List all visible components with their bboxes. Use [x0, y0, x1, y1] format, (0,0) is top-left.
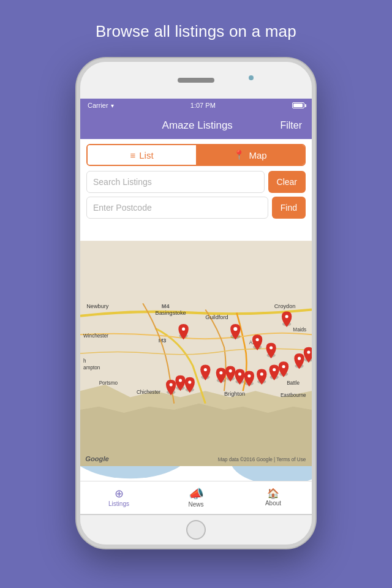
- power-button: [314, 148, 315, 178]
- nav-bar: Amaze Listings Filter: [80, 112, 312, 139]
- news-icon: 📣: [189, 488, 204, 500]
- svg-point-53: [188, 380, 191, 383]
- svg-point-35: [204, 368, 207, 371]
- tab-news[interactable]: 📣 News: [157, 485, 235, 510]
- svg-text:Map data ©2016 Google  |  Term: Map data ©2016 Google | Terms of Use: [218, 457, 306, 462]
- view-toggle: ≡ List 📍 Map: [86, 144, 306, 166]
- svg-point-33: [270, 346, 273, 349]
- svg-point-31: [256, 338, 259, 341]
- svg-text:Winchester: Winchester: [83, 333, 108, 339]
- svg-point-59: [307, 350, 310, 353]
- svg-text:Guildford: Guildford: [205, 314, 228, 320]
- speaker-icon: [178, 78, 214, 83]
- map-label: Map: [249, 150, 266, 160]
- status-bar: Carrier ▾ 1:07 PM: [80, 99, 312, 112]
- home-button[interactable]: [186, 520, 206, 540]
- svg-text:Portsmо: Portsmо: [99, 380, 118, 386]
- postcode-row: Find: [86, 197, 306, 219]
- map-area[interactable]: M4 M3 A23 Newbury Basingstoke Guildf: [80, 226, 312, 481]
- listings-icon: ⊕: [115, 488, 124, 499]
- svg-text:Newbury: Newbury: [86, 303, 109, 309]
- list-label: List: [139, 150, 153, 160]
- phone-top-bar: [80, 62, 312, 99]
- svg-text:Google: Google: [85, 455, 109, 462]
- volume-up-button: [77, 135, 78, 154]
- search-listings-input[interactable]: [86, 171, 265, 193]
- svg-text:Chichester: Chichester: [137, 390, 160, 395]
- map-pin-icon: 📍: [233, 149, 245, 160]
- filter-button[interactable]: Filter: [280, 120, 302, 131]
- tab-listings[interactable]: ⊕ Listings: [80, 486, 157, 510]
- svg-point-41: [238, 372, 241, 375]
- svg-point-25: [233, 327, 237, 331]
- svg-text:h: h: [83, 358, 86, 364]
- page-title: Browse all listings on a map: [96, 22, 296, 41]
- about-tab-label: About: [265, 500, 281, 507]
- wifi-icon: ▾: [111, 102, 114, 109]
- news-tab-label: News: [188, 501, 203, 508]
- svg-point-45: [260, 372, 263, 375]
- phone-shell: Carrier ▾ 1:07 PM Amaze Listings Filter …: [77, 58, 315, 548]
- find-button[interactable]: Find: [272, 197, 306, 219]
- listings-tab-label: Listings: [108, 500, 129, 507]
- svg-point-57: [298, 357, 301, 360]
- svg-text:ampton: ampton: [83, 365, 100, 371]
- camera-icon: [249, 75, 254, 80]
- home-button-area: [80, 514, 312, 545]
- toggle-row: ≡ List 📍 Map: [80, 139, 312, 171]
- search-listings-row: Clear: [86, 171, 306, 193]
- battery-icon: [292, 102, 304, 108]
- list-toggle-button[interactable]: ≡ List: [88, 145, 196, 165]
- svg-text:Basingstoke: Basingstoke: [156, 310, 186, 316]
- carrier-label: Carrier: [88, 102, 108, 109]
- phone-screen: Carrier ▾ 1:07 PM Amaze Listings Filter …: [80, 99, 312, 514]
- app-content: ≡ List 📍 Map Clear Find: [80, 139, 312, 514]
- svg-point-27: [182, 328, 185, 331]
- svg-text:M4: M4: [162, 303, 170, 309]
- status-left: Carrier ▾: [88, 102, 114, 109]
- svg-point-49: [282, 365, 285, 368]
- svg-point-39: [229, 369, 232, 372]
- svg-text:Maids: Maids: [293, 327, 306, 333]
- svg-text:Battle: Battle: [287, 380, 300, 386]
- svg-point-47: [273, 368, 276, 371]
- nav-title: Amaze Listings: [162, 119, 233, 132]
- svg-point-51: [179, 379, 182, 382]
- svg-text:Eastbourne: Eastbourne: [281, 393, 306, 399]
- time-label: 1:07 PM: [190, 102, 216, 109]
- search-area: Clear Find: [80, 171, 312, 226]
- svg-point-43: [247, 374, 251, 377]
- svg-text:Croydon: Croydon: [274, 303, 296, 309]
- postcode-input[interactable]: [86, 197, 268, 219]
- volume-down-button: [77, 160, 78, 178]
- map-toggle-button[interactable]: 📍 Map: [196, 145, 304, 165]
- list-icon: ≡: [130, 150, 135, 160]
- about-icon: 🏠: [267, 489, 279, 499]
- map-svg: M4 M3 A23 Newbury Basingstoke Guildf: [80, 226, 312, 481]
- svg-text:Brighton: Brighton: [224, 391, 245, 397]
- clear-button[interactable]: Clear: [268, 171, 306, 193]
- tab-bar: ⊕ Listings 📣 News 🏠 About: [80, 481, 312, 514]
- svg-point-29: [285, 315, 288, 318]
- svg-point-55: [170, 383, 173, 386]
- tab-about[interactable]: 🏠 About: [235, 486, 312, 509]
- svg-point-37: [219, 371, 222, 374]
